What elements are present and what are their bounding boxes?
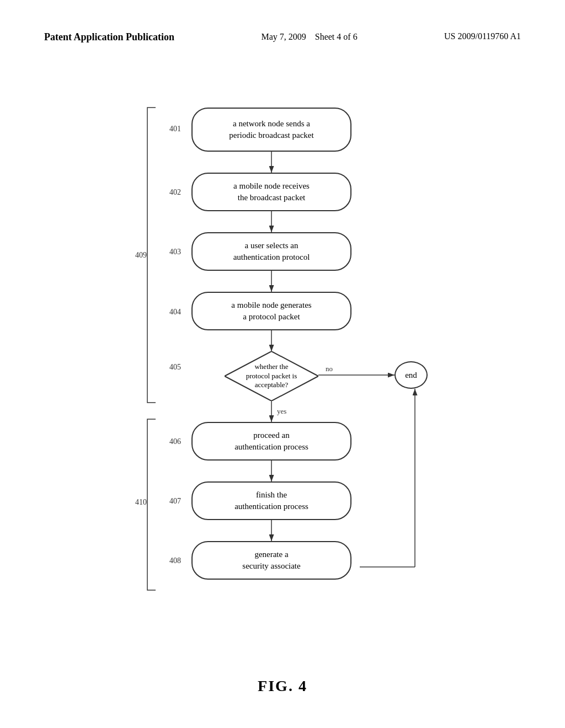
svg-text:404: 404 [169,308,181,316]
step-406: proceed an authentication process [191,422,351,461]
flowchart-diagram: yes no 401 402 403 404 405 406 [89,88,476,667]
svg-text:no: no [326,365,333,373]
svg-text:409: 409 [135,251,147,259]
figure-caption: FIG. 4 [258,677,307,695]
end-circle: end [395,361,428,389]
svg-text:403: 403 [169,248,181,256]
page-header: Patent Application Publication May 7, 20… [0,30,565,44]
step-401: a network node sends a periodic broadcas… [191,108,351,152]
step-405-text: whether the protocol packet is acceptabl… [225,351,318,401]
svg-text:406: 406 [169,437,181,446]
svg-text:407: 407 [169,497,181,505]
step-402: a mobile node receives the broadcast pac… [191,173,351,211]
svg-text:yes: yes [277,407,286,415]
patent-number: US 2009/0119760 A1 [444,30,521,42]
step-404: a mobile node generates a protocol packe… [191,292,351,330]
svg-text:402: 402 [169,188,181,196]
svg-text:405: 405 [169,363,181,371]
step-407: finish the authentication process [191,481,351,520]
svg-text:408: 408 [169,556,181,565]
publication-date: May 7, 2009 [261,32,306,41]
header-center: May 7, 2009 Sheet 4 of 6 [261,30,357,44]
step-408: generate a security associate [191,541,351,580]
publication-title: Patent Application Publication [44,30,174,44]
svg-text:410: 410 [135,498,147,506]
step-403: a user selects an authentication protoco… [191,232,351,271]
svg-text:401: 401 [169,125,181,133]
sheet-info: Sheet 4 of 6 [315,32,358,41]
